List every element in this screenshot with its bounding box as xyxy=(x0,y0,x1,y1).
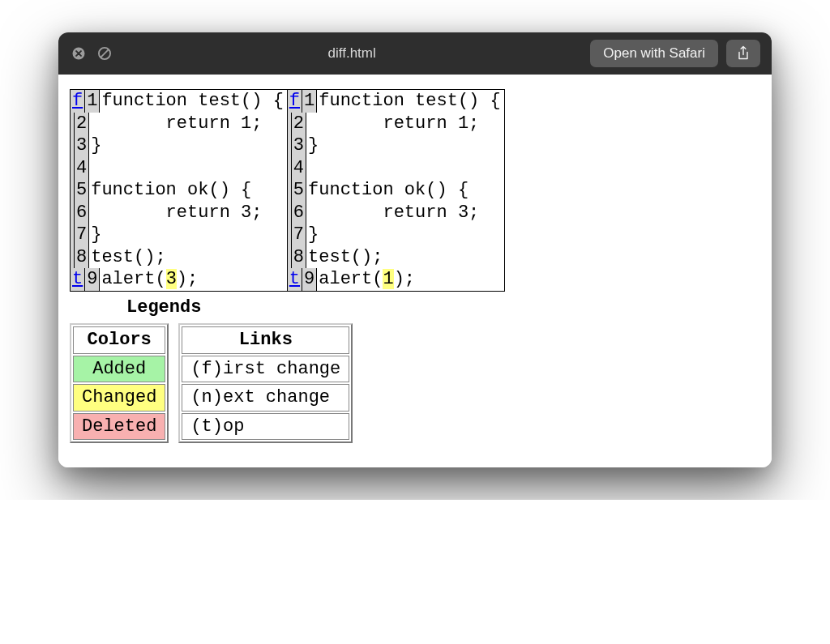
content-area: f1function test() { 2 return 1; 3} 4 5fu… xyxy=(58,75,772,467)
titlebar-left-controls xyxy=(70,45,113,62)
diff-area: f1function test() { 2 return 1; 3} 4 5fu… xyxy=(70,89,760,292)
line-number: 4 xyxy=(292,157,306,180)
code-line: test(); xyxy=(306,246,386,269)
legend-link-top: (t)op xyxy=(182,413,349,441)
line-number: 2 xyxy=(75,113,89,135)
code-text: alert( xyxy=(101,269,165,289)
share-icon xyxy=(736,45,751,62)
line-number: 4 xyxy=(75,157,89,180)
code-line: test(); xyxy=(89,246,169,269)
code-text: alert( xyxy=(319,269,383,289)
code-line: return 3; xyxy=(306,202,482,224)
line-number: 3 xyxy=(292,134,306,157)
preview-window: diff.html Open with Safari f1function te… xyxy=(58,32,772,467)
line-number: 5 xyxy=(75,179,89,202)
svg-line-2 xyxy=(101,49,108,57)
legends-title: Legends xyxy=(126,296,760,319)
code-line: function test() { xyxy=(100,90,286,113)
changed-text: 1 xyxy=(383,269,393,289)
diff-pane-right: f1function test() { 2 return 1; 3} 4 5fu… xyxy=(287,89,505,292)
legend-added: Added xyxy=(73,356,165,383)
code-line: } xyxy=(306,224,322,246)
legend-changed: Changed xyxy=(73,384,165,412)
code-line: return 1; xyxy=(89,113,265,135)
line-number: 8 xyxy=(75,246,89,269)
code-line: alert(3); xyxy=(100,268,201,291)
nav-link-first[interactable]: f xyxy=(72,91,83,111)
nav-link-top[interactable]: t xyxy=(289,269,300,289)
code-line xyxy=(89,157,94,180)
legend-deleted: Deleted xyxy=(73,413,165,441)
block-icon[interactable] xyxy=(96,45,113,62)
code-text: ); xyxy=(394,269,415,289)
line-number: 8 xyxy=(292,246,306,269)
legend-colors-header: Colors xyxy=(73,326,165,354)
line-number: 6 xyxy=(292,202,306,224)
line-number: 7 xyxy=(75,224,89,246)
code-line: function ok() { xyxy=(89,179,255,202)
code-line: alert(1); xyxy=(317,268,418,291)
legend-link-first: (f)irst change xyxy=(182,356,349,383)
legend-link-next: (n)ext change xyxy=(182,384,349,412)
code-line: return 3; xyxy=(89,202,265,224)
code-line: } xyxy=(306,134,322,157)
close-icon[interactable] xyxy=(70,45,88,62)
line-number: 6 xyxy=(75,202,89,224)
line-number: 9 xyxy=(85,268,100,291)
code-line: function ok() { xyxy=(306,179,472,202)
changed-text: 3 xyxy=(166,269,177,289)
window-title: diff.html xyxy=(122,45,582,62)
code-line: } xyxy=(89,224,105,246)
code-line xyxy=(306,157,311,180)
nav-link-first[interactable]: f xyxy=(289,91,300,111)
diff-pane-left: f1function test() { 2 return 1; 3} 4 5fu… xyxy=(70,89,288,292)
legend-colors-table: Colors Added Changed Deleted xyxy=(70,323,169,443)
code-text: ); xyxy=(177,269,198,289)
nav-link-top[interactable]: t xyxy=(72,269,83,289)
legend-links-header: Links xyxy=(182,326,349,354)
line-number: 1 xyxy=(85,90,100,113)
line-number: 5 xyxy=(292,179,306,202)
titlebar: diff.html Open with Safari xyxy=(58,32,772,75)
legend-links-table: Links (f)irst change (n)ext change (t)op xyxy=(178,323,353,443)
legends-area: Colors Added Changed Deleted Links (f)ir… xyxy=(70,323,760,443)
line-number: 1 xyxy=(302,90,317,113)
code-line: function test() { xyxy=(317,90,503,113)
line-number: 9 xyxy=(302,268,317,291)
code-line: return 1; xyxy=(306,113,482,135)
share-button[interactable] xyxy=(726,40,760,67)
open-with-button[interactable]: Open with Safari xyxy=(590,40,718,67)
line-number: 2 xyxy=(292,113,306,135)
titlebar-right-controls: Open with Safari xyxy=(590,40,760,67)
line-number: 7 xyxy=(292,224,306,246)
line-number: 3 xyxy=(75,134,89,157)
code-line: } xyxy=(89,134,105,157)
